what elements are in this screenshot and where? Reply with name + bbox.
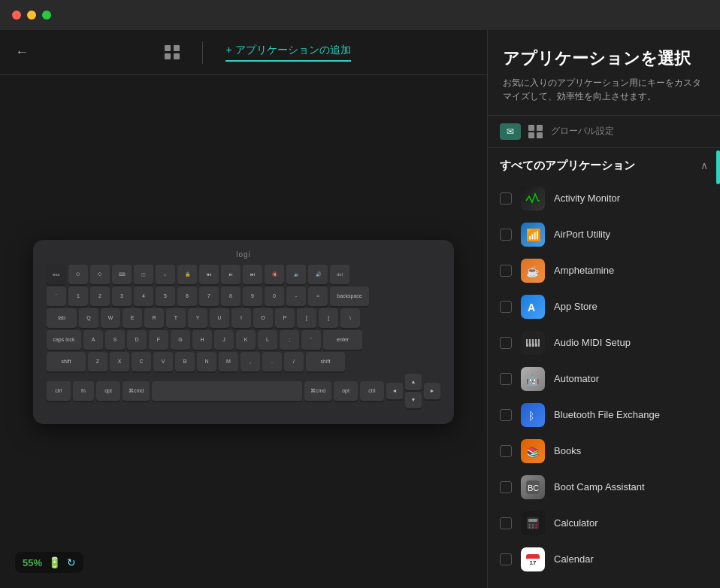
key-semicolon[interactable]: ; bbox=[280, 330, 299, 350]
maximize-button[interactable] bbox=[42, 11, 51, 20]
app-checkbox-appstore[interactable] bbox=[500, 301, 512, 313]
key-8[interactable]: 8 bbox=[221, 286, 241, 306]
key-6[interactable]: 6 bbox=[177, 286, 197, 306]
key-f3[interactable]: ⌨ bbox=[112, 265, 132, 284]
key-h[interactable]: H bbox=[192, 330, 212, 350]
key-ctrl-right[interactable]: ctrl bbox=[360, 381, 384, 401]
key-x[interactable]: X bbox=[110, 352, 129, 371]
key-1[interactable]: 1 bbox=[68, 286, 88, 306]
list-item[interactable]: 🤖 Automator bbox=[488, 361, 720, 397]
tab-active-icon[interactable]: ✉ bbox=[500, 123, 521, 140]
key-f12[interactable]: 🔊 bbox=[308, 265, 328, 284]
close-button[interactable] bbox=[12, 11, 21, 20]
key-backtick[interactable]: ` bbox=[47, 286, 66, 306]
key-shift-left[interactable]: shift bbox=[47, 352, 86, 371]
key-equals[interactable]: = bbox=[308, 286, 328, 306]
key-comma[interactable]: , bbox=[241, 352, 260, 371]
app-checkbox-automator[interactable] bbox=[500, 373, 512, 385]
key-f10[interactable]: 🔇 bbox=[265, 265, 284, 284]
key-period[interactable]: . bbox=[262, 352, 282, 371]
app-list[interactable]: Activity Monitor 📶 AirPort Utility ☕ Amp… bbox=[488, 180, 720, 588]
key-arrow-down[interactable]: ▼ bbox=[405, 392, 422, 408]
app-checkbox-amphetamine[interactable] bbox=[500, 265, 512, 277]
key-0[interactable]: 0 bbox=[265, 286, 284, 306]
app-checkbox-calendar[interactable] bbox=[500, 553, 512, 565]
key-arrow-right[interactable]: ► bbox=[424, 383, 440, 399]
key-w[interactable]: W bbox=[101, 308, 120, 328]
key-7[interactable]: 7 bbox=[199, 286, 219, 306]
key-3[interactable]: 3 bbox=[112, 286, 132, 306]
key-shift-right[interactable]: shift bbox=[306, 352, 345, 371]
key-m[interactable]: M bbox=[219, 352, 238, 371]
app-checkbox-activity[interactable] bbox=[500, 192, 512, 205]
list-item[interactable]: Activity Monitor bbox=[488, 180, 720, 217]
key-f1[interactable]: 🌣 bbox=[68, 265, 88, 284]
list-item[interactable]: 17 Calendar bbox=[488, 541, 720, 577]
key-del[interactable]: del bbox=[330, 265, 349, 284]
key-k[interactable]: K bbox=[236, 330, 256, 350]
key-z[interactable]: Z bbox=[88, 352, 107, 371]
key-g[interactable]: G bbox=[171, 330, 190, 350]
key-quote[interactable]: ' bbox=[301, 330, 321, 350]
key-rbracket[interactable]: ] bbox=[319, 308, 338, 328]
key-s[interactable]: S bbox=[105, 330, 125, 350]
app-checkbox-books[interactable] bbox=[500, 445, 512, 457]
app-checkbox-midi[interactable] bbox=[500, 337, 512, 349]
key-enter[interactable]: enter bbox=[323, 330, 362, 350]
key-minus[interactable]: - bbox=[286, 286, 306, 306]
key-f5[interactable]: ⌕ bbox=[156, 265, 175, 284]
key-v[interactable]: V bbox=[153, 352, 173, 371]
add-app-button[interactable]: + アプリケーションの追加 bbox=[225, 44, 350, 62]
app-checkbox-calculator[interactable] bbox=[500, 517, 512, 529]
key-tab[interactable]: tab bbox=[47, 308, 77, 328]
key-lbracket[interactable]: [ bbox=[297, 308, 316, 328]
list-item[interactable]: BC Boot Camp Assistant bbox=[488, 469, 720, 505]
key-d[interactable]: D bbox=[127, 330, 147, 350]
key-slash[interactable]: / bbox=[284, 352, 304, 371]
key-e[interactable]: E bbox=[123, 308, 142, 328]
list-item[interactable]: Calculator bbox=[488, 505, 720, 541]
key-c[interactable]: C bbox=[132, 352, 151, 371]
tab-grid-icon[interactable] bbox=[528, 125, 543, 138]
key-space[interactable] bbox=[152, 381, 302, 401]
minimize-button[interactable] bbox=[27, 11, 36, 20]
key-f4[interactable]: ◫ bbox=[134, 265, 153, 284]
key-r[interactable]: R bbox=[144, 308, 164, 328]
key-f7[interactable]: ⏮ bbox=[199, 265, 219, 284]
key-p[interactable]: P bbox=[275, 308, 295, 328]
key-t[interactable]: T bbox=[166, 308, 186, 328]
key-capslock[interactable]: caps lock bbox=[47, 330, 81, 350]
sync-icon[interactable]: ↻ bbox=[67, 556, 76, 568]
key-f8[interactable]: ⏯ bbox=[221, 265, 241, 284]
key-arrow-left[interactable]: ◄ bbox=[386, 383, 403, 399]
list-item[interactable]: A App Store bbox=[488, 289, 720, 325]
key-f11[interactable]: 🔉 bbox=[286, 265, 306, 284]
key-cmd-left[interactable]: ⌘cmd bbox=[123, 381, 150, 401]
key-b[interactable]: B bbox=[175, 352, 195, 371]
app-checkbox-bootcamp[interactable] bbox=[500, 481, 512, 493]
key-a[interactable]: A bbox=[83, 330, 103, 350]
grid-icon[interactable] bbox=[165, 45, 180, 60]
key-2[interactable]: 2 bbox=[90, 286, 110, 306]
key-q[interactable]: Q bbox=[79, 308, 98, 328]
collapse-icon[interactable]: ∧ bbox=[700, 159, 708, 171]
back-button[interactable]: ← bbox=[15, 44, 29, 60]
key-fn[interactable]: fn bbox=[73, 381, 94, 401]
list-item[interactable]: ☕ Amphetamine bbox=[488, 253, 720, 289]
key-j[interactable]: J bbox=[214, 330, 234, 350]
key-esc[interactable]: esc bbox=[47, 265, 66, 284]
key-l[interactable]: L bbox=[258, 330, 277, 350]
key-y[interactable]: Y bbox=[188, 308, 207, 328]
key-backslash[interactable]: \ bbox=[340, 308, 360, 328]
app-checkbox-airport[interactable] bbox=[500, 229, 512, 241]
key-opt-left[interactable]: opt bbox=[96, 381, 120, 401]
app-checkbox-bluetooth[interactable] bbox=[500, 409, 512, 421]
list-item[interactable]: Audio MIDI Setup bbox=[488, 325, 720, 361]
key-opt-right[interactable]: opt bbox=[334, 381, 358, 401]
list-item[interactable]: ᛒ Bluetooth File Exchange bbox=[488, 397, 720, 433]
key-f6[interactable]: 🔒 bbox=[177, 265, 197, 284]
key-o[interactable]: O bbox=[253, 308, 273, 328]
key-9[interactable]: 9 bbox=[243, 286, 262, 306]
key-ctrl[interactable]: ctrl bbox=[47, 381, 71, 401]
key-f[interactable]: F bbox=[149, 330, 168, 350]
